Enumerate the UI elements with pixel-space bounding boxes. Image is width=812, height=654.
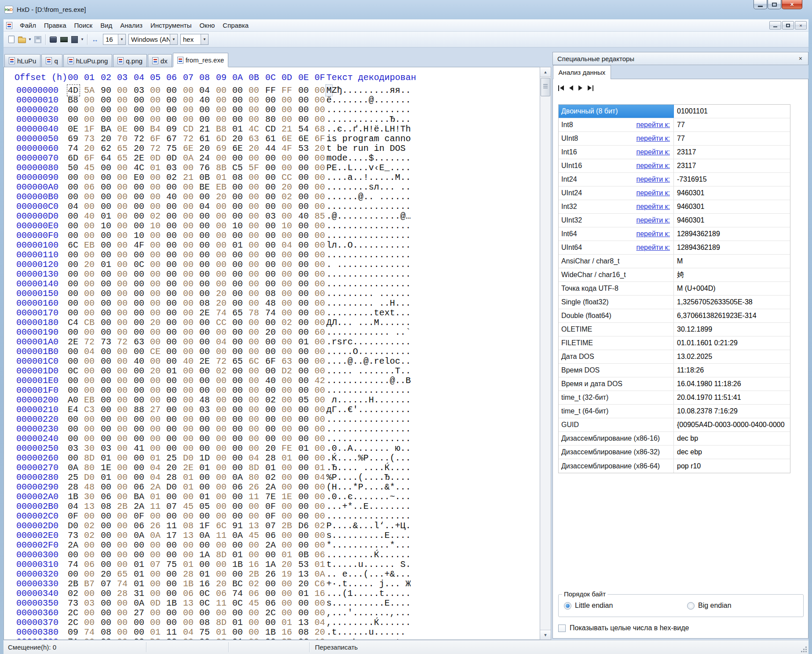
goto-link[interactable]: перейти к: — [632, 175, 670, 183]
hex-byte[interactable]: 28 — [68, 482, 79, 492]
decoded-char[interactable] — [332, 143, 337, 153]
hex-byte[interactable]: 00 — [298, 259, 310, 270]
hex-byte[interactable]: 02 — [216, 366, 227, 376]
hex-row[interactable]: 000003302BB707740100001B1620BC02000020C6… — [4, 579, 540, 588]
decoded-char[interactable]: . — [406, 405, 411, 415]
hex-byte[interactable]: 00 — [282, 211, 293, 221]
inspector-row-value[interactable]: 9460301 — [674, 214, 790, 227]
hex-byte[interactable]: 00 — [298, 492, 310, 502]
menu-item-Правка[interactable]: Правка — [40, 20, 70, 31]
decoded-char[interactable]: . — [390, 211, 395, 221]
decoded-char[interactable]: . — [395, 259, 400, 270]
decoded-char[interactable]: . — [326, 366, 332, 376]
hex-byte[interactable]: 00 — [68, 289, 79, 299]
hex-byte[interactable]: 00 — [249, 192, 260, 202]
decoded-char[interactable]: u — [369, 627, 374, 637]
decoded-char[interactable]: . — [374, 240, 379, 250]
decoded-char[interactable]: . — [332, 356, 337, 366]
hex-byte[interactable]: 0E — [117, 124, 128, 134]
hex-byte[interactable]: 91 — [232, 521, 244, 531]
hex-byte[interactable]: 00 — [150, 376, 161, 386]
decoded-char[interactable]: . — [400, 318, 406, 328]
decoded-char[interactable]: . — [363, 579, 369, 589]
decoded-char[interactable]: л — [374, 182, 379, 192]
hex-byte[interactable]: 00 — [68, 550, 79, 560]
hex-byte[interactable]: 00 — [249, 347, 260, 357]
hex-byte[interactable]: 00 — [282, 405, 293, 415]
decoded-char[interactable]: . — [332, 550, 337, 560]
decoded-char[interactable]: . — [379, 453, 384, 463]
hex-byte[interactable]: 00 — [249, 105, 260, 115]
decoded-char[interactable]: . — [332, 230, 337, 241]
hex-row[interactable]: 000003602C00000027000000000000002C000000… — [4, 608, 540, 617]
decoded-char[interactable]: . — [353, 269, 358, 279]
decoded-char[interactable]: . — [374, 221, 379, 231]
decoded-char[interactable]: Ь — [353, 637, 358, 640]
decoded-char[interactable]: . — [384, 172, 390, 183]
decoded-char[interactable]: . — [363, 85, 369, 95]
decoded-char[interactable] — [374, 192, 379, 202]
decoded-char[interactable]: . — [390, 95, 395, 105]
hex-byte[interactable]: 70 — [117, 134, 128, 144]
decoded-char[interactable]: . — [363, 318, 369, 328]
decoded-char[interactable]: . — [358, 569, 363, 579]
decoded-char[interactable]: + — [326, 579, 332, 589]
inspector-row-label[interactable]: Int64перейти к: — [559, 227, 674, 241]
decoded-char[interactable]: . — [353, 114, 358, 124]
decoded-char[interactable]: . — [374, 424, 379, 434]
decoded-char[interactable]: . — [326, 279, 332, 289]
decoded-char[interactable]: . — [406, 366, 411, 376]
hex-byte[interactable]: 00 — [84, 637, 95, 640]
hex-byte[interactable]: 67 — [166, 134, 178, 144]
decoded-char[interactable]: . — [374, 211, 379, 221]
decoded-char[interactable]: . — [369, 579, 374, 589]
hex-byte[interactable]: 00 — [265, 182, 277, 192]
decoded-char[interactable]: . — [374, 327, 379, 337]
hex-byte[interactable]: 02 — [150, 211, 161, 221]
decoded-char[interactable]: . — [395, 211, 400, 221]
hex-byte[interactable]: 04 — [183, 627, 194, 637]
inspector-row[interactable]: Дизассемблирование (x86-32)dec ebp — [559, 446, 790, 459]
hex-byte[interactable]: 00 — [166, 385, 178, 395]
hex-byte[interactable]: 00 — [166, 250, 178, 260]
decoded-char[interactable]: , — [390, 608, 395, 618]
hex-byte[interactable]: 00 — [166, 405, 178, 415]
decoded-char[interactable]: . — [384, 627, 390, 637]
decoded-char[interactable]: . — [342, 211, 347, 221]
hex-byte[interactable]: 00 — [232, 269, 244, 279]
decoded-char[interactable]: . — [390, 192, 395, 202]
decoded-char[interactable]: . — [326, 221, 332, 231]
decoded-char[interactable]: . — [369, 492, 374, 502]
hex-byte[interactable]: 01 — [199, 492, 211, 502]
decoded-char[interactable]: l — [374, 521, 379, 531]
decoded-char[interactable]: . — [406, 279, 411, 289]
decoded-char[interactable]: . — [332, 385, 337, 395]
decoded-char[interactable]: . — [369, 608, 374, 618]
decoded-char[interactable]: . — [337, 559, 342, 570]
hex-byte[interactable]: 06 — [134, 521, 145, 531]
close-button[interactable]: × — [782, 0, 802, 9]
decoded-char[interactable]: . — [342, 327, 347, 337]
hex-byte[interactable]: 00 — [249, 376, 260, 386]
decoded-char[interactable]: . — [395, 105, 400, 115]
hex-byte[interactable]: 11 — [216, 530, 227, 541]
decoded-char[interactable]: . — [358, 318, 363, 328]
hex-byte[interactable]: 00 — [134, 269, 145, 279]
hex-byte[interactable]: 00 — [315, 453, 326, 463]
decoded-char[interactable]: . — [363, 637, 369, 640]
decoded-char[interactable]: . — [337, 269, 342, 279]
hex-byte[interactable]: 00 — [134, 434, 145, 444]
hex-byte[interactable]: 01 — [134, 579, 145, 589]
hex-byte[interactable]: 1D — [199, 453, 211, 463]
hex-byte[interactable]: 00 — [84, 201, 95, 212]
hex-byte[interactable]: FF — [282, 85, 293, 95]
decoded-char[interactable]: . — [369, 366, 374, 376]
hex-byte[interactable]: 00 — [232, 443, 244, 453]
decoded-char[interactable]: . — [358, 85, 363, 95]
decoded-char[interactable]: i — [326, 134, 332, 144]
decoded-char[interactable]: . — [326, 443, 332, 453]
hex-row[interactable]: 000000706D6F64652E0D0D0A2400000000000000… — [4, 153, 540, 163]
hex-byte[interactable]: 00 — [166, 85, 178, 95]
decoded-char[interactable]: . — [395, 298, 400, 308]
decoded-char[interactable]: . — [400, 356, 406, 366]
